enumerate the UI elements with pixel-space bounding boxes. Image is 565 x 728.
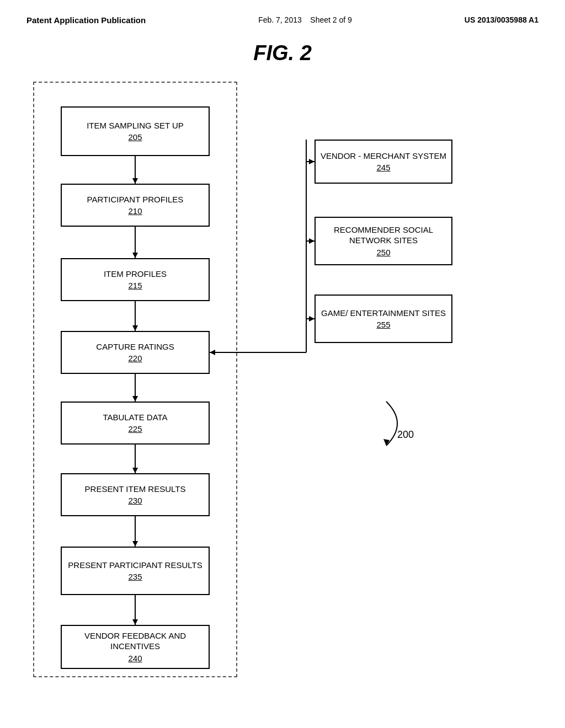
box-250: RECOMMENDER SOCIAL NETWORK SITES 250 [315,217,452,265]
svg-marker-18 [309,238,315,244]
box-235-ref: 235 [128,571,142,582]
box-215-ref: 215 [128,280,142,291]
header-right: US 2013/0035988 A1 [465,15,539,24]
box-225-label: TABULATE DATA [103,412,167,423]
header-sheet: Sheet 2 of 9 [310,15,352,24]
box-245-label: VENDOR - MERCHANT SYSTEM [321,151,446,162]
header-date: Feb. 7, 2013 [258,15,302,24]
box-205: ITEM SAMPLING SET UP 205 [61,106,210,156]
header-left: Patent Application Publication [26,15,146,25]
box-205-ref: 205 [128,132,142,143]
box-215: ITEM PROFILES 215 [61,258,210,301]
box-235-label: PRESENT PARTICIPANT RESULTS [68,560,202,571]
diagram: ITEM SAMPLING SET UP 205 PARTICIPANT PRO… [0,76,565,716]
box-235: PRESENT PARTICIPANT RESULTS 235 [61,547,210,595]
page-header: Patent Application Publication Feb. 7, 2… [0,0,565,25]
box-230-label: PRESENT ITEM RESULTS [85,484,186,495]
box-220: CAPTURE RATINGS 220 [61,331,210,374]
header-center: Feb. 7, 2013 Sheet 2 of 9 [258,15,352,24]
box-210-label: PARTICIPANT PROFILES [87,194,184,205]
box-240: VENDOR FEEDBACK AND INCENTIVES 240 [61,625,210,669]
box-255: GAME/ ENTERTAINMENT SITES 255 [315,295,452,343]
box-210: PARTICIPANT PROFILES 210 [61,184,210,227]
box-220-ref: 220 [128,353,142,364]
box-230-ref: 230 [128,495,142,506]
box-215-label: ITEM PROFILES [104,269,167,280]
box-225-ref: 225 [128,424,142,435]
box-250-ref: 250 [376,247,390,258]
svg-marker-24 [383,439,390,446]
box-245-ref: 245 [376,162,390,173]
box-255-ref: 255 [376,319,390,330]
box-230: PRESENT ITEM RESULTS 230 [61,473,210,516]
box-240-ref: 240 [128,653,142,664]
box-250-label: RECOMMENDER SOCIAL NETWORK SITES [316,224,451,246]
box-240-label: VENDOR FEEDBACK AND INCENTIVES [62,630,209,652]
box-210-ref: 210 [128,206,142,217]
box-245: VENDOR - MERCHANT SYSTEM 245 [315,140,452,184]
box-225: TABULATE DATA 225 [61,402,210,445]
label-200: 200 [397,429,414,441]
figure-title: FIG. 2 [0,41,565,65]
svg-marker-20 [309,316,315,322]
box-205-label: ITEM SAMPLING SET UP [87,120,184,131]
svg-marker-16 [309,159,315,164]
box-220-label: CAPTURE RATINGS [96,341,174,352]
box-255-label: GAME/ ENTERTAINMENT SITES [321,308,446,319]
